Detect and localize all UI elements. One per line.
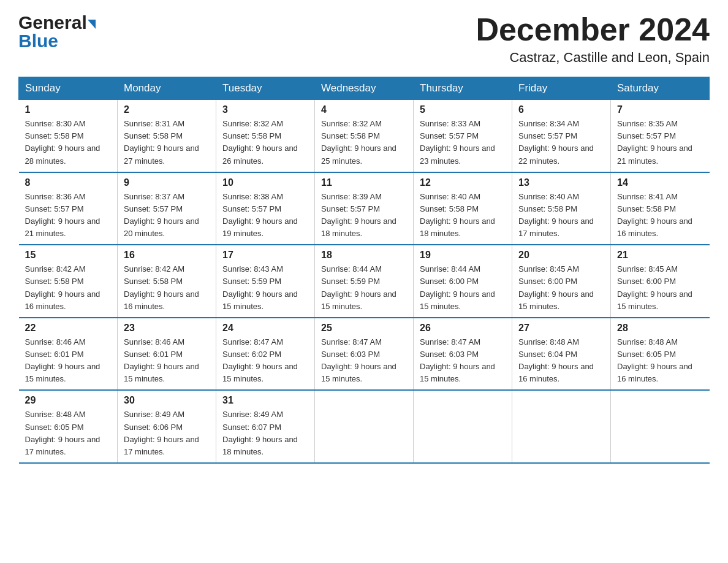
header-cell-friday: Friday: [512, 77, 611, 100]
title-block: December 2024 Castraz, Castille and Leon…: [476, 12, 710, 66]
logo-general-text: General: [18, 12, 87, 33]
day-info: Sunrise: 8:49 AMSunset: 6:07 PMDaylight:…: [222, 408, 308, 458]
calendar-cell: 22Sunrise: 8:46 AMSunset: 6:01 PMDayligh…: [19, 318, 118, 391]
calendar-cell: 17Sunrise: 8:43 AMSunset: 5:59 PMDayligh…: [216, 245, 315, 318]
calendar-cell: 3Sunrise: 8:32 AMSunset: 5:58 PMDaylight…: [216, 100, 315, 172]
calendar-cell: 9Sunrise: 8:37 AMSunset: 5:57 PMDaylight…: [118, 172, 216, 245]
day-info: Sunrise: 8:40 AMSunset: 5:58 PMDaylight:…: [518, 191, 604, 240]
header-row: SundayMondayTuesdayWednesdayThursdayFrid…: [19, 77, 710, 100]
calendar-cell: 15Sunrise: 8:42 AMSunset: 5:58 PMDayligh…: [19, 245, 118, 318]
day-info: Sunrise: 8:32 AMSunset: 5:58 PMDaylight:…: [222, 118, 308, 167]
calendar-cell: [611, 390, 710, 463]
day-info: Sunrise: 8:46 AMSunset: 6:01 PMDaylight:…: [124, 336, 210, 386]
calendar-cell: 10Sunrise: 8:38 AMSunset: 5:57 PMDayligh…: [216, 172, 315, 245]
day-info: Sunrise: 8:40 AMSunset: 5:58 PMDaylight:…: [420, 191, 506, 240]
day-info: Sunrise: 8:49 AMSunset: 6:06 PMDaylight:…: [124, 408, 210, 458]
day-number: 20: [518, 250, 604, 261]
header-cell-tuesday: Tuesday: [216, 77, 315, 100]
day-info: Sunrise: 8:42 AMSunset: 5:58 PMDaylight:…: [25, 263, 112, 313]
calendar-cell: 26Sunrise: 8:47 AMSunset: 6:03 PMDayligh…: [414, 318, 512, 391]
day-info: Sunrise: 8:38 AMSunset: 5:57 PMDaylight:…: [222, 191, 308, 240]
logo: General Blue: [18, 12, 96, 52]
day-info: Sunrise: 8:47 AMSunset: 6:03 PMDaylight:…: [321, 336, 407, 386]
header-cell-sunday: Sunday: [19, 77, 118, 100]
calendar-cell: 4Sunrise: 8:32 AMSunset: 5:58 PMDaylight…: [315, 100, 414, 172]
logo-blue-text: Blue: [18, 31, 58, 52]
day-info: Sunrise: 8:30 AMSunset: 5:58 PMDaylight:…: [25, 118, 112, 167]
calendar-cell: 20Sunrise: 8:45 AMSunset: 6:00 PMDayligh…: [512, 245, 611, 318]
calendar-cell: 30Sunrise: 8:49 AMSunset: 6:06 PMDayligh…: [118, 390, 216, 463]
day-number: 18: [321, 250, 407, 261]
calendar-cell: 6Sunrise: 8:34 AMSunset: 5:57 PMDaylight…: [512, 100, 611, 172]
day-info: Sunrise: 8:31 AMSunset: 5:58 PMDaylight:…: [124, 118, 210, 167]
calendar-cell: [414, 390, 512, 463]
calendar-cell: [315, 390, 414, 463]
day-number: 3: [222, 104, 308, 115]
logo-triangle-icon: [88, 20, 96, 29]
day-info: Sunrise: 8:41 AMSunset: 5:58 PMDaylight:…: [617, 191, 703, 240]
header-cell-saturday: Saturday: [611, 77, 710, 100]
calendar-cell: 24Sunrise: 8:47 AMSunset: 6:02 PMDayligh…: [216, 318, 315, 391]
header-cell-thursday: Thursday: [414, 77, 512, 100]
calendar-cell: 27Sunrise: 8:48 AMSunset: 6:04 PMDayligh…: [512, 318, 611, 391]
day-number: 16: [124, 250, 210, 261]
calendar-cell: 19Sunrise: 8:44 AMSunset: 6:00 PMDayligh…: [414, 245, 512, 318]
day-number: 23: [124, 323, 210, 334]
day-info: Sunrise: 8:34 AMSunset: 5:57 PMDaylight:…: [518, 118, 604, 167]
day-info: Sunrise: 8:46 AMSunset: 6:01 PMDaylight:…: [25, 336, 112, 386]
day-info: Sunrise: 8:47 AMSunset: 6:02 PMDaylight:…: [222, 336, 308, 386]
calendar-cell: 7Sunrise: 8:35 AMSunset: 5:57 PMDaylight…: [611, 100, 710, 172]
day-number: 6: [518, 104, 604, 115]
calendar-week-row: 15Sunrise: 8:42 AMSunset: 5:58 PMDayligh…: [19, 245, 710, 318]
calendar-cell: 31Sunrise: 8:49 AMSunset: 6:07 PMDayligh…: [216, 390, 315, 463]
day-info: Sunrise: 8:48 AMSunset: 6:04 PMDaylight:…: [518, 336, 604, 386]
day-info: Sunrise: 8:45 AMSunset: 6:00 PMDaylight:…: [518, 263, 604, 313]
day-number: 30: [124, 395, 210, 406]
day-number: 19: [420, 250, 506, 261]
day-number: 24: [222, 323, 308, 334]
day-number: 26: [420, 323, 506, 334]
day-number: 12: [420, 177, 506, 188]
calendar-table: SundayMondayTuesdayWednesdayThursdayFrid…: [18, 77, 710, 464]
day-info: Sunrise: 8:42 AMSunset: 5:58 PMDaylight:…: [124, 263, 210, 313]
day-number: 7: [617, 104, 703, 115]
day-info: Sunrise: 8:33 AMSunset: 5:57 PMDaylight:…: [420, 118, 506, 167]
calendar-cell: 11Sunrise: 8:39 AMSunset: 5:57 PMDayligh…: [315, 172, 414, 245]
calendar-cell: 18Sunrise: 8:44 AMSunset: 5:59 PMDayligh…: [315, 245, 414, 318]
calendar-cell: 14Sunrise: 8:41 AMSunset: 5:58 PMDayligh…: [611, 172, 710, 245]
day-info: Sunrise: 8:45 AMSunset: 6:00 PMDaylight:…: [617, 263, 703, 313]
day-info: Sunrise: 8:35 AMSunset: 5:57 PMDaylight:…: [617, 118, 703, 167]
calendar-body: 1Sunrise: 8:30 AMSunset: 5:58 PMDaylight…: [19, 100, 710, 463]
calendar-cell: 5Sunrise: 8:33 AMSunset: 5:57 PMDaylight…: [414, 100, 512, 172]
calendar-cell: 8Sunrise: 8:36 AMSunset: 5:57 PMDaylight…: [19, 172, 118, 245]
day-number: 31: [222, 395, 308, 406]
calendar-week-row: 22Sunrise: 8:46 AMSunset: 6:01 PMDayligh…: [19, 318, 710, 391]
day-number: 1: [25, 104, 112, 115]
day-number: 14: [617, 177, 703, 188]
day-number: 15: [25, 250, 112, 261]
day-info: Sunrise: 8:43 AMSunset: 5:59 PMDaylight:…: [222, 263, 308, 313]
day-number: 5: [420, 104, 506, 115]
day-info: Sunrise: 8:36 AMSunset: 5:57 PMDaylight:…: [25, 191, 112, 240]
day-number: 11: [321, 177, 407, 188]
calendar-cell: 2Sunrise: 8:31 AMSunset: 5:58 PMDaylight…: [118, 100, 216, 172]
calendar-cell: 28Sunrise: 8:48 AMSunset: 6:05 PMDayligh…: [611, 318, 710, 391]
day-info: Sunrise: 8:48 AMSunset: 6:05 PMDaylight:…: [617, 336, 703, 386]
header-cell-monday: Monday: [118, 77, 216, 100]
calendar-cell: 13Sunrise: 8:40 AMSunset: 5:58 PMDayligh…: [512, 172, 611, 245]
calendar-week-row: 1Sunrise: 8:30 AMSunset: 5:58 PMDaylight…: [19, 100, 710, 172]
day-number: 29: [25, 395, 112, 406]
day-number: 25: [321, 323, 407, 334]
calendar-cell: 12Sunrise: 8:40 AMSunset: 5:58 PMDayligh…: [414, 172, 512, 245]
calendar-cell: 25Sunrise: 8:47 AMSunset: 6:03 PMDayligh…: [315, 318, 414, 391]
day-info: Sunrise: 8:32 AMSunset: 5:58 PMDaylight:…: [321, 118, 407, 167]
day-number: 17: [222, 250, 308, 261]
day-number: 22: [25, 323, 112, 334]
day-number: 27: [518, 323, 604, 334]
day-number: 9: [124, 177, 210, 188]
day-info: Sunrise: 8:44 AMSunset: 6:00 PMDaylight:…: [420, 263, 506, 313]
day-info: Sunrise: 8:44 AMSunset: 5:59 PMDaylight:…: [321, 263, 407, 313]
day-number: 13: [518, 177, 604, 188]
calendar-cell: 29Sunrise: 8:48 AMSunset: 6:05 PMDayligh…: [19, 390, 118, 463]
location-subtitle: Castraz, Castille and Leon, Spain: [476, 50, 710, 66]
